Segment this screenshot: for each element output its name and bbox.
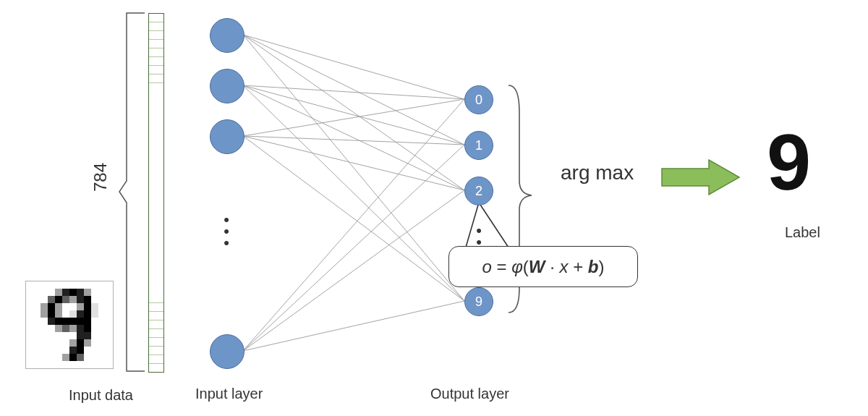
arrow-right-icon (658, 156, 745, 199)
nn-diagram: 784 ••• 0 1 2 ••• 9 arg max 9 Input data… (0, 0, 868, 416)
svg-line-0 (243, 35, 464, 99)
svg-line-8 (243, 99, 464, 136)
node-label: 2 (475, 184, 482, 199)
predicted-digit: 9 (767, 116, 811, 208)
ellipsis-icon: ••• (221, 217, 231, 246)
input-node (210, 334, 244, 369)
svg-line-13 (243, 145, 464, 351)
input-node (210, 69, 244, 103)
output-node-1: 1 (464, 131, 493, 160)
caption-input-layer: Input layer (195, 386, 263, 402)
caption-input-data: Input data (69, 387, 133, 404)
input-node (210, 119, 244, 154)
svg-line-9 (243, 136, 464, 145)
svg-marker-18 (662, 160, 739, 195)
svg-line-1 (243, 35, 464, 145)
svg-line-5 (243, 85, 464, 145)
node-label: 0 (475, 93, 482, 108)
connection-lines (0, 0, 868, 416)
svg-line-3 (243, 35, 464, 301)
caption-label: Label (785, 224, 820, 241)
svg-line-15 (243, 301, 464, 351)
svg-line-11 (243, 136, 464, 301)
svg-line-2 (243, 35, 464, 190)
svg-line-7 (243, 85, 464, 301)
svg-line-6 (243, 85, 464, 190)
node-label: 9 (475, 294, 482, 310)
node-label: 1 (475, 138, 482, 153)
input-image-pixels (26, 281, 113, 368)
activation-formula: o = φ(W · x + b) (482, 257, 604, 277)
input-size-label: 784 (90, 163, 111, 192)
caption-output-layer: Output layer (430, 386, 509, 402)
input-image (25, 281, 114, 369)
output-node-9: 9 (464, 287, 493, 316)
svg-line-12 (243, 99, 464, 351)
formula-callout: o = φ(W · x + b) (448, 246, 638, 287)
input-vector (148, 13, 164, 373)
svg-line-10 (243, 136, 464, 190)
output-node-2: 2 (464, 177, 493, 205)
svg-line-14 (243, 190, 464, 351)
input-node (210, 18, 244, 53)
output-node-0: 0 (464, 85, 493, 114)
svg-line-4 (243, 85, 464, 99)
argmax-label: arg max (561, 161, 634, 184)
